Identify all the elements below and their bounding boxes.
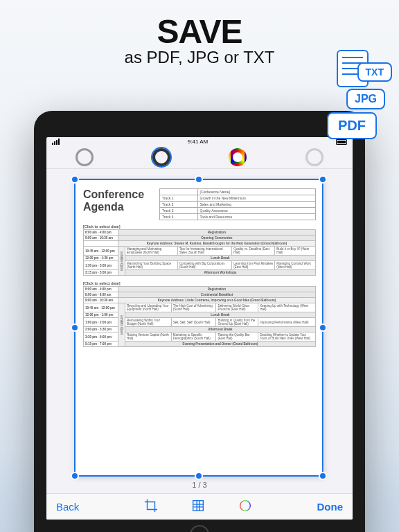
svg-point-1 — [240, 500, 251, 511]
ipad-device-frame: 9:41 AM Conference Agenda [Conference Na… — [34, 111, 365, 532]
document-title: Conference Agenda — [83, 188, 152, 220]
date-selector: [Click to select date] — [83, 281, 316, 285]
agenda-day: [Click to select date]8:00 am - 4:00 pmR… — [83, 224, 316, 276]
filter-bw-button[interactable] — [152, 148, 170, 166]
filter-color-button[interactable] — [229, 148, 247, 166]
status-bar: 9:41 AM — [46, 137, 353, 147]
agenda-day: [Click to select date]8:00 am - 4:00 pmR… — [83, 281, 316, 347]
filter-toolbar — [46, 147, 353, 170]
page-indicator: 1 / 3 — [46, 477, 353, 493]
perspective-icon[interactable] — [190, 498, 206, 516]
jpg-badge: JPG — [346, 89, 385, 109]
color-adjust-icon[interactable] — [238, 498, 253, 516]
headline-title: SAVE — [0, 12, 399, 51]
ipad-home-button — [190, 525, 209, 532]
app-screen: 9:41 AM Conference Agenda [Conference Na… — [46, 137, 353, 520]
document-canvas[interactable]: Conference Agenda [Conference Name]Track… — [46, 169, 353, 477]
agenda-table: 8:00 am - 4:00 pmRegistration8:00 am - 9… — [83, 286, 316, 347]
signal-icon — [52, 139, 60, 145]
battery-icon — [336, 139, 347, 145]
svg-rect-0 — [193, 500, 204, 511]
agenda-table: 8:00 am - 4:00 pmRegistration9:00 am - 1… — [83, 229, 316, 276]
filter-original-button[interactable] — [76, 148, 94, 166]
scanned-page: Conference Agenda [Conference Name]Track… — [75, 179, 324, 477]
bottom-toolbar: Back Done — [46, 493, 353, 520]
done-button[interactable]: Done — [317, 501, 343, 513]
filter-gray-button[interactable] — [305, 148, 323, 166]
pdf-badge: PDF — [327, 112, 377, 139]
back-button[interactable]: Back — [56, 501, 79, 513]
date-selector: [Click to select date] — [83, 224, 316, 229]
txt-badge: TXT — [357, 62, 392, 82]
crop-icon[interactable] — [143, 498, 159, 516]
tracks-table: [Conference Name]Track 1Growth in the Ne… — [159, 188, 316, 220]
status-time: 9:41 AM — [188, 139, 208, 145]
